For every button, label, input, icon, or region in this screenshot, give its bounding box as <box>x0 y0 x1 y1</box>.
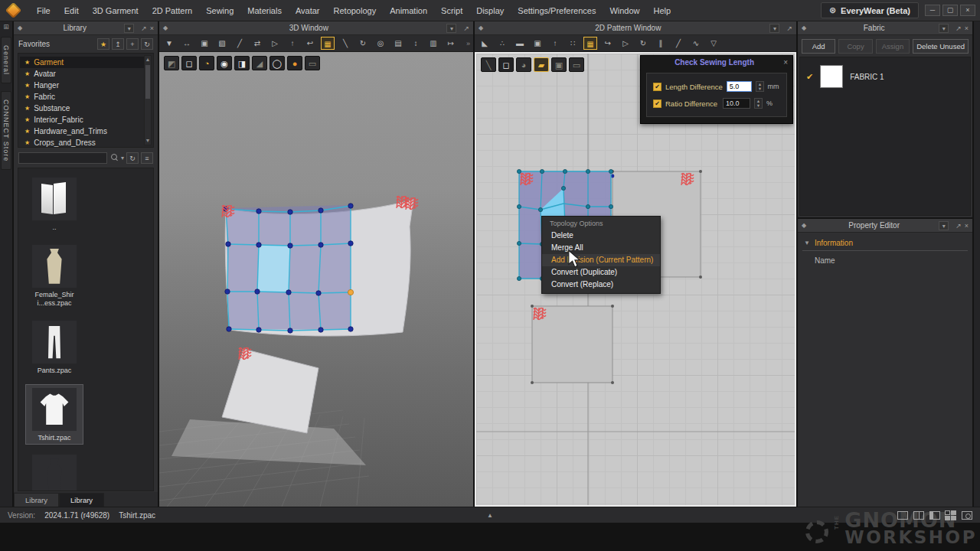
context-menu-item[interactable]: Add Division (Current Pattern) <box>542 254 660 266</box>
library-folder-item[interactable]: ★ Hanger <box>24 80 142 91</box>
3d-tool-icon[interactable]: ▥ <box>426 37 440 50</box>
3d-tool-icon[interactable]: ↑ <box>286 37 299 50</box>
menu-item[interactable]: Window <box>603 0 646 21</box>
2d-display-toggle-icon[interactable]: ◕ <box>516 57 531 72</box>
close-button[interactable]: × <box>960 5 975 16</box>
library-tab[interactable]: Library <box>59 493 104 507</box>
chevron-down-icon[interactable]: ▾ <box>939 24 949 33</box>
2d-tool-icon[interactable]: ∿ <box>689 37 703 50</box>
menu-item[interactable]: Edit <box>57 0 86 21</box>
menu-item[interactable]: Avatar <box>289 0 327 21</box>
3d-tool-icon[interactable]: ↻ <box>356 37 370 50</box>
library-folder-item[interactable]: ★ Interior_Fabric <box>24 114 142 126</box>
2d-tool-icon[interactable]: ╱ <box>671 37 685 50</box>
3d-tool-icon[interactable]: ▷ <box>268 37 282 50</box>
fabric-list-item[interactable]: ✔ FABRIC 1 <box>806 65 964 88</box>
rail-tab-connect-store[interactable]: CONNECT Store <box>1 91 11 170</box>
2d-tool-icon[interactable]: ▬ <box>513 37 527 50</box>
3d-tool-icon[interactable]: ↦ <box>444 37 458 50</box>
window-layout-icon[interactable] <box>929 511 940 520</box>
3d-tool-icon[interactable]: ◎ <box>374 37 387 50</box>
pin-icon[interactable]: ◆ <box>18 24 22 31</box>
window-layout-icon[interactable] <box>897 511 908 520</box>
3d-tool-icon[interactable]: ▣ <box>198 37 211 50</box>
3d-tool-icon[interactable]: ↕ <box>409 37 423 50</box>
2d-tool-icon[interactable]: ∴ <box>495 37 509 50</box>
library-folder-item[interactable]: ★ Garment <box>20 57 147 68</box>
library-folder-item[interactable]: ★ Crops_and_Dress <box>24 137 142 148</box>
2d-tool-icon[interactable]: ◣ <box>478 37 492 50</box>
2d-tool-icon[interactable]: ∷ <box>566 37 580 50</box>
chevron-down-icon[interactable]: ▾ <box>124 24 134 33</box>
fabric-swatch[interactable] <box>820 65 843 88</box>
spinner[interactable]: ▲▼ <box>754 98 763 109</box>
popout-icon[interactable]: ↗ <box>463 24 469 32</box>
checkbox-checked-icon[interactable]: ✔ <box>653 83 662 91</box>
import-icon[interactable]: ↥ <box>112 38 124 50</box>
search-icon[interactable] <box>111 154 119 161</box>
close-icon[interactable]: × <box>965 222 969 230</box>
window-layout-icon[interactable] <box>913 511 924 520</box>
search-input[interactable] <box>18 152 107 164</box>
2d-display-toggle-icon[interactable]: ◻ <box>498 57 514 72</box>
menu-item[interactable]: Materials <box>240 0 289 21</box>
close-icon[interactable]: × <box>965 24 969 32</box>
2d-display-toggle-icon[interactable]: ▣ <box>551 57 567 72</box>
2d-tool-icon[interactable]: ↑ <box>548 37 562 50</box>
3d-display-toggle-icon[interactable]: ◻ <box>181 56 197 70</box>
3d-display-toggle-icon[interactable]: ◨ <box>234 56 250 70</box>
window-layout-icon[interactable] <box>962 511 972 520</box>
3d-tool-icon[interactable]: ▼ <box>162 37 176 50</box>
2d-tool-icon[interactable]: ▦ <box>583 37 597 50</box>
3d-display-toggle-icon[interactable]: ● <box>287 56 302 70</box>
refresh-icon[interactable]: ↻ <box>126 152 139 164</box>
library-folder-item[interactable]: ★ Fabric <box>24 91 142 103</box>
list-view-icon[interactable]: ≡ <box>141 152 153 164</box>
3d-display-toggle-icon[interactable]: ◯ <box>270 56 285 70</box>
favorites-star-icon[interactable]: ★ <box>97 38 109 50</box>
context-menu-item[interactable]: Delete <box>542 230 660 242</box>
toolbar-overflow-icon[interactable]: » <box>466 40 470 47</box>
library-tab[interactable]: Library <box>14 493 59 507</box>
menu-item[interactable]: 2D Pattern <box>145 0 200 21</box>
menu-item[interactable]: Help <box>647 0 678 21</box>
maximize-button[interactable]: ▢ <box>942 5 958 16</box>
window-layout-icon[interactable] <box>946 511 956 520</box>
scrollbar[interactable]: ▲ ▼ <box>144 55 152 145</box>
chevron-down-icon[interactable]: ▾ <box>939 221 949 230</box>
2d-tool-icon[interactable]: ▽ <box>707 37 720 50</box>
value-input[interactable]: 5.0 <box>727 81 753 92</box>
expand-panel-icon[interactable]: ▲ <box>487 512 493 519</box>
refresh-icon[interactable]: ↻ <box>141 38 153 50</box>
2d-viewport[interactable]: ╲◻◕▰▣▭ <box>475 52 796 507</box>
library-thumbnail-item[interactable]: Female_Halt ...ess.zpac <box>26 452 83 491</box>
pin-icon[interactable]: ◆ <box>802 24 806 31</box>
library-folder-item[interactable]: ★ Substance <box>24 103 142 114</box>
add-folder-icon[interactable]: + <box>126 38 139 50</box>
2d-display-toggle-icon[interactable]: ▭ <box>569 57 584 72</box>
3d-tool-icon[interactable]: ╱ <box>233 37 247 50</box>
context-menu-item[interactable]: Convert (Duplicate) <box>542 266 660 279</box>
library-folder-item[interactable]: ★ Avatar <box>24 68 142 80</box>
3d-tool-icon[interactable]: ╲ <box>338 37 352 50</box>
3d-display-toggle-icon[interactable]: ▭ <box>305 56 320 70</box>
popout-icon[interactable]: ↗ <box>786 24 792 32</box>
2d-display-toggle-icon[interactable]: ╲ <box>481 57 496 72</box>
3d-tool-icon[interactable]: ▧ <box>215 37 229 50</box>
library-thumbnail-item[interactable]: Tshirt.zpac <box>26 385 83 445</box>
context-menu-item[interactable]: Merge All <box>542 242 660 254</box>
3d-display-toggle-icon[interactable]: ◩ <box>164 56 179 70</box>
2d-tool-icon[interactable]: ↪ <box>601 37 615 50</box>
pin-icon[interactable]: ◆ <box>163 24 168 31</box>
3d-tool-icon[interactable]: ↔ <box>180 37 194 50</box>
3d-tool-icon[interactable]: ▤ <box>391 37 405 50</box>
library-thumbnail-item[interactable]: .. <box>26 174 83 234</box>
2d-tool-icon[interactable]: ↻ <box>636 37 650 50</box>
3d-viewport[interactable]: ◩◻◔◉◨◢◯●▭ <box>159 52 473 507</box>
everywear-button[interactable]: ⊛ EveryWear (Beta) <box>821 2 919 18</box>
context-menu-item[interactable]: Convert (Replace) <box>542 279 660 291</box>
minimize-button[interactable]: ─ <box>925 5 940 16</box>
value-input[interactable]: 10.0 <box>723 98 750 109</box>
fabric-action-button[interactable]: Delete Unused <box>913 39 969 54</box>
library-folder-item[interactable]: ★ Hardware_and_Trims <box>24 126 142 137</box>
